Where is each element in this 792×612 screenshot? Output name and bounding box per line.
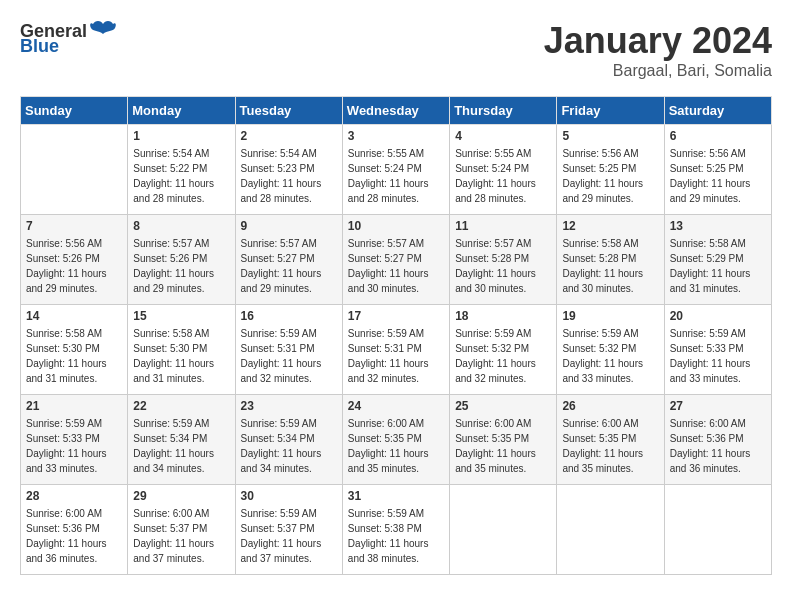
calendar-cell: 19 Sunrise: 5:59 AMSunset: 5:32 PMDaylig… xyxy=(557,305,664,395)
calendar-cell: 17 Sunrise: 5:59 AMSunset: 5:31 PMDaylig… xyxy=(342,305,449,395)
day-info: Sunrise: 5:59 AMSunset: 5:33 PMDaylight:… xyxy=(26,416,122,476)
day-info: Sunrise: 5:59 AMSunset: 5:37 PMDaylight:… xyxy=(241,506,337,566)
day-number: 6 xyxy=(670,129,766,143)
day-number: 15 xyxy=(133,309,229,323)
day-info: Sunrise: 5:59 AMSunset: 5:33 PMDaylight:… xyxy=(670,326,766,386)
day-info: Sunrise: 6:00 AMSunset: 5:37 PMDaylight:… xyxy=(133,506,229,566)
calendar-cell xyxy=(21,125,128,215)
day-info: Sunrise: 5:55 AMSunset: 5:24 PMDaylight:… xyxy=(455,146,551,206)
day-number: 30 xyxy=(241,489,337,503)
calendar-week-row: 1 Sunrise: 5:54 AMSunset: 5:22 PMDayligh… xyxy=(21,125,772,215)
calendar-cell: 9 Sunrise: 5:57 AMSunset: 5:27 PMDayligh… xyxy=(235,215,342,305)
calendar-cell: 27 Sunrise: 6:00 AMSunset: 5:36 PMDaylig… xyxy=(664,395,771,485)
logo-bird-icon xyxy=(89,20,117,42)
day-info: Sunrise: 5:59 AMSunset: 5:32 PMDaylight:… xyxy=(562,326,658,386)
day-number: 22 xyxy=(133,399,229,413)
day-number: 23 xyxy=(241,399,337,413)
day-info: Sunrise: 6:00 AMSunset: 5:36 PMDaylight:… xyxy=(26,506,122,566)
day-info: Sunrise: 5:59 AMSunset: 5:32 PMDaylight:… xyxy=(455,326,551,386)
calendar-cell: 21 Sunrise: 5:59 AMSunset: 5:33 PMDaylig… xyxy=(21,395,128,485)
day-info: Sunrise: 5:59 AMSunset: 5:34 PMDaylight:… xyxy=(241,416,337,476)
day-info: Sunrise: 5:58 AMSunset: 5:28 PMDaylight:… xyxy=(562,236,658,296)
day-info: Sunrise: 5:58 AMSunset: 5:29 PMDaylight:… xyxy=(670,236,766,296)
calendar-cell: 13 Sunrise: 5:58 AMSunset: 5:29 PMDaylig… xyxy=(664,215,771,305)
day-number: 26 xyxy=(562,399,658,413)
calendar-cell xyxy=(557,485,664,575)
header-monday: Monday xyxy=(128,97,235,125)
day-number: 13 xyxy=(670,219,766,233)
calendar-week-row: 28 Sunrise: 6:00 AMSunset: 5:36 PMDaylig… xyxy=(21,485,772,575)
day-info: Sunrise: 5:59 AMSunset: 5:31 PMDaylight:… xyxy=(348,326,444,386)
day-info: Sunrise: 5:55 AMSunset: 5:24 PMDaylight:… xyxy=(348,146,444,206)
day-number: 10 xyxy=(348,219,444,233)
calendar-cell xyxy=(664,485,771,575)
day-info: Sunrise: 5:58 AMSunset: 5:30 PMDaylight:… xyxy=(26,326,122,386)
day-number: 31 xyxy=(348,489,444,503)
day-info: Sunrise: 5:56 AMSunset: 5:25 PMDaylight:… xyxy=(670,146,766,206)
day-number: 18 xyxy=(455,309,551,323)
day-number: 28 xyxy=(26,489,122,503)
day-info: Sunrise: 5:59 AMSunset: 5:31 PMDaylight:… xyxy=(241,326,337,386)
day-number: 4 xyxy=(455,129,551,143)
calendar-cell xyxy=(450,485,557,575)
day-number: 29 xyxy=(133,489,229,503)
calendar-cell: 1 Sunrise: 5:54 AMSunset: 5:22 PMDayligh… xyxy=(128,125,235,215)
calendar-cell: 24 Sunrise: 6:00 AMSunset: 5:35 PMDaylig… xyxy=(342,395,449,485)
calendar-cell: 6 Sunrise: 5:56 AMSunset: 5:25 PMDayligh… xyxy=(664,125,771,215)
day-number: 27 xyxy=(670,399,766,413)
day-number: 11 xyxy=(455,219,551,233)
day-number: 24 xyxy=(348,399,444,413)
day-number: 1 xyxy=(133,129,229,143)
calendar-cell: 7 Sunrise: 5:56 AMSunset: 5:26 PMDayligh… xyxy=(21,215,128,305)
header-wednesday: Wednesday xyxy=(342,97,449,125)
day-info: Sunrise: 6:00 AMSunset: 5:35 PMDaylight:… xyxy=(455,416,551,476)
day-info: Sunrise: 5:54 AMSunset: 5:23 PMDaylight:… xyxy=(241,146,337,206)
day-info: Sunrise: 5:54 AMSunset: 5:22 PMDaylight:… xyxy=(133,146,229,206)
calendar-cell: 12 Sunrise: 5:58 AMSunset: 5:28 PMDaylig… xyxy=(557,215,664,305)
day-info: Sunrise: 5:56 AMSunset: 5:26 PMDaylight:… xyxy=(26,236,122,296)
calendar-cell: 8 Sunrise: 5:57 AMSunset: 5:26 PMDayligh… xyxy=(128,215,235,305)
weekday-header-row: Sunday Monday Tuesday Wednesday Thursday… xyxy=(21,97,772,125)
day-number: 19 xyxy=(562,309,658,323)
calendar-week-row: 14 Sunrise: 5:58 AMSunset: 5:30 PMDaylig… xyxy=(21,305,772,395)
day-info: Sunrise: 5:57 AMSunset: 5:26 PMDaylight:… xyxy=(133,236,229,296)
calendar-cell: 4 Sunrise: 5:55 AMSunset: 5:24 PMDayligh… xyxy=(450,125,557,215)
day-info: Sunrise: 5:56 AMSunset: 5:25 PMDaylight:… xyxy=(562,146,658,206)
header-tuesday: Tuesday xyxy=(235,97,342,125)
day-info: Sunrise: 5:59 AMSunset: 5:38 PMDaylight:… xyxy=(348,506,444,566)
calendar-title: January 2024 xyxy=(544,20,772,62)
day-number: 14 xyxy=(26,309,122,323)
day-number: 9 xyxy=(241,219,337,233)
day-info: Sunrise: 5:57 AMSunset: 5:28 PMDaylight:… xyxy=(455,236,551,296)
day-number: 2 xyxy=(241,129,337,143)
calendar-cell: 30 Sunrise: 5:59 AMSunset: 5:37 PMDaylig… xyxy=(235,485,342,575)
day-number: 25 xyxy=(455,399,551,413)
title-block: January 2024 Bargaal, Bari, Somalia xyxy=(544,20,772,80)
header-thursday: Thursday xyxy=(450,97,557,125)
calendar-cell: 2 Sunrise: 5:54 AMSunset: 5:23 PMDayligh… xyxy=(235,125,342,215)
calendar-cell: 29 Sunrise: 6:00 AMSunset: 5:37 PMDaylig… xyxy=(128,485,235,575)
day-number: 3 xyxy=(348,129,444,143)
calendar-cell: 18 Sunrise: 5:59 AMSunset: 5:32 PMDaylig… xyxy=(450,305,557,395)
calendar-table: Sunday Monday Tuesday Wednesday Thursday… xyxy=(20,96,772,575)
header-saturday: Saturday xyxy=(664,97,771,125)
calendar-cell: 28 Sunrise: 6:00 AMSunset: 5:36 PMDaylig… xyxy=(21,485,128,575)
day-info: Sunrise: 5:59 AMSunset: 5:34 PMDaylight:… xyxy=(133,416,229,476)
day-info: Sunrise: 5:58 AMSunset: 5:30 PMDaylight:… xyxy=(133,326,229,386)
calendar-cell: 26 Sunrise: 6:00 AMSunset: 5:35 PMDaylig… xyxy=(557,395,664,485)
calendar-cell: 23 Sunrise: 5:59 AMSunset: 5:34 PMDaylig… xyxy=(235,395,342,485)
calendar-cell: 10 Sunrise: 5:57 AMSunset: 5:27 PMDaylig… xyxy=(342,215,449,305)
day-info: Sunrise: 5:57 AMSunset: 5:27 PMDaylight:… xyxy=(348,236,444,296)
calendar-cell: 5 Sunrise: 5:56 AMSunset: 5:25 PMDayligh… xyxy=(557,125,664,215)
day-number: 7 xyxy=(26,219,122,233)
calendar-week-row: 7 Sunrise: 5:56 AMSunset: 5:26 PMDayligh… xyxy=(21,215,772,305)
day-number: 12 xyxy=(562,219,658,233)
calendar-cell: 11 Sunrise: 5:57 AMSunset: 5:28 PMDaylig… xyxy=(450,215,557,305)
page-header: General Blue January 2024 Bargaal, Bari,… xyxy=(20,20,772,80)
calendar-location: Bargaal, Bari, Somalia xyxy=(544,62,772,80)
header-friday: Friday xyxy=(557,97,664,125)
day-number: 21 xyxy=(26,399,122,413)
logo: General Blue xyxy=(20,20,117,57)
calendar-cell: 16 Sunrise: 5:59 AMSunset: 5:31 PMDaylig… xyxy=(235,305,342,395)
day-number: 8 xyxy=(133,219,229,233)
